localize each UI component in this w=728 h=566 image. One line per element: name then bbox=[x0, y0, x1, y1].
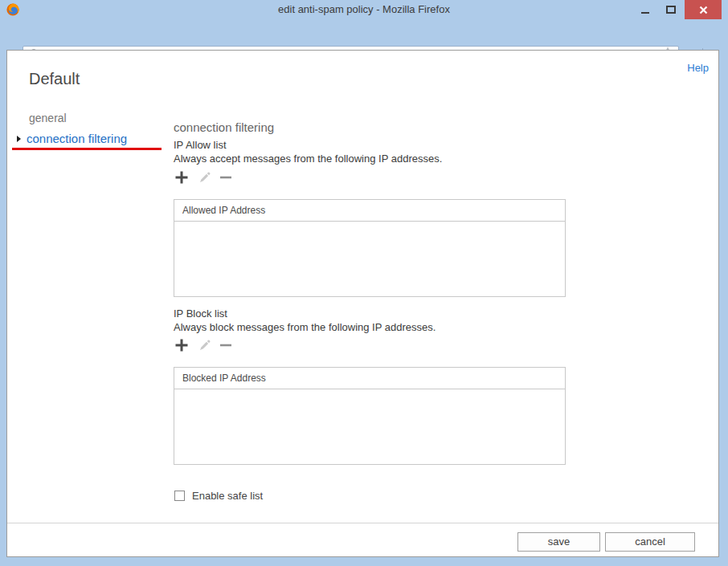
minimize-button[interactable] bbox=[635, 0, 656, 19]
titlebar: edit anti-spam policy - Mozilla Firefox bbox=[0, 0, 728, 19]
ip-block-table-header: Blocked IP Address bbox=[174, 368, 565, 389]
nav-active-marker bbox=[17, 136, 21, 142]
navigation-toolbar: https://outlook.office365.com/ecp/Antisp… bbox=[0, 19, 728, 50]
enable-safe-list-checkbox[interactable] bbox=[174, 491, 185, 501]
section-title: connection filtering bbox=[174, 120, 274, 134]
help-link[interactable]: Help bbox=[687, 62, 709, 74]
edit-icon[interactable] bbox=[198, 339, 211, 352]
ip-allow-table: Allowed IP Address bbox=[174, 199, 566, 297]
ip-allow-toolbar bbox=[174, 170, 232, 185]
remove-icon[interactable] bbox=[219, 339, 232, 352]
remove-icon[interactable] bbox=[219, 171, 232, 184]
edit-icon[interactable] bbox=[198, 171, 211, 184]
add-icon[interactable] bbox=[174, 170, 189, 185]
ip-block-table-body bbox=[174, 389, 565, 465]
maximize-icon bbox=[666, 6, 676, 14]
ip-block-toolbar bbox=[174, 338, 232, 352]
ip-block-list-title: IP Block list bbox=[174, 307, 227, 320]
close-button[interactable] bbox=[685, 0, 722, 19]
ip-block-table: Blocked IP Address bbox=[174, 367, 566, 465]
footer-divider bbox=[7, 523, 718, 523]
page-title: Default bbox=[29, 70, 80, 88]
save-button[interactable]: save bbox=[517, 532, 600, 552]
sidebar-item-general[interactable]: general bbox=[29, 112, 67, 124]
window-title: edit anti-spam policy - Mozilla Firefox bbox=[0, 0, 728, 19]
close-icon bbox=[699, 6, 708, 14]
page-content: Help Default general connection filterin… bbox=[6, 50, 719, 557]
sidebar-item-connection-filtering[interactable]: connection filtering bbox=[27, 132, 127, 145]
firefox-window: edit anti-spam policy - Mozilla Firefox … bbox=[0, 0, 728, 566]
minimize-icon bbox=[641, 12, 649, 14]
ip-allow-table-header: Allowed IP Address bbox=[174, 200, 565, 222]
ip-allow-table-body bbox=[174, 222, 565, 297]
enable-safe-list-label[interactable]: Enable safe list bbox=[192, 490, 263, 502]
maximize-button[interactable] bbox=[661, 0, 681, 19]
active-tab-underline bbox=[12, 148, 162, 150]
ip-block-list-description: Always block messages from the following… bbox=[174, 321, 436, 333]
ip-allow-list-title: IP Allow list bbox=[174, 139, 227, 151]
ip-allow-list-description: Always accept messages from the followin… bbox=[174, 153, 442, 165]
add-icon[interactable] bbox=[174, 338, 189, 352]
cancel-button[interactable]: cancel bbox=[605, 532, 695, 552]
enable-safe-list-row: Enable safe list bbox=[174, 490, 263, 502]
